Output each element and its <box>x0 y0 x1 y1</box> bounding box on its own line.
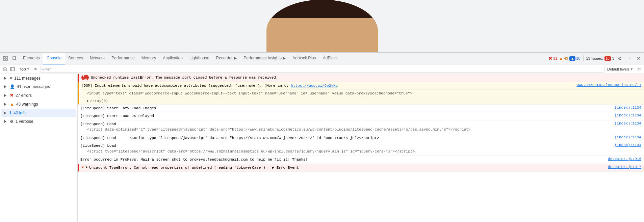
log-entry-js-delayed: [LiteSpeed] Start Load JS Delayed (index… <box>78 112 644 120</box>
log-source-load2[interactable]: (index):1134 <box>611 135 641 139</box>
array-tag: Array(0) <box>90 99 108 103</box>
console-toolbar: top ▼ 👁 Default levels ▼ ⚙ <box>0 64 644 74</box>
devtools-panel: Elements Console Sources Network Perform… <box>0 52 644 222</box>
log-entry-runtime-error: ▶ 25 Unchecked runtime.lastError: The me… <box>78 74 644 82</box>
log-entry-litespeed-load2: [LiteSpeed] Load <script type="litespeed… <box>78 134 644 142</box>
tab-elements[interactable]: Elements <box>20 53 43 64</box>
tab-bar-left <box>1 54 18 62</box>
info-count-badge[interactable]: ▲ 10 <box>569 56 580 61</box>
svg-rect-9 <box>10 67 15 71</box>
error-badge-25: ▶ 25 <box>81 75 89 80</box>
inspect-element-button[interactable] <box>1 54 9 62</box>
device-toolbar-button[interactable] <box>10 54 18 62</box>
clear-console-button[interactable] <box>2 66 8 72</box>
dom-link[interactable]: https://goo.gl/9p2vKq <box>291 84 338 88</box>
expand-errors-icon[interactable] <box>4 94 6 97</box>
sidebar-item-user-messages[interactable]: 👤 41 user messages <box>1 83 76 91</box>
svg-rect-3 <box>6 59 7 60</box>
log-text: Unchecked runtime.lastError: The message… <box>91 75 641 81</box>
log-source-js-delayed[interactable]: (index):1134 <box>611 113 641 117</box>
log-text-litespeed-load3: [LiteSpeed] Load <script type="litespeed… <box>80 143 611 155</box>
svg-rect-1 <box>6 56 7 58</box>
tab-network[interactable]: Network <box>86 53 108 64</box>
svg-point-6 <box>14 59 15 60</box>
expand-info-icon[interactable] <box>4 111 6 115</box>
context-selector[interactable]: top ▼ <box>19 66 31 72</box>
warning-icon: ▲ <box>10 102 14 107</box>
log-text-litespeed-load1: [LiteSpeed] Load <script data-optimized=… <box>80 121 611 133</box>
close-devtools-button[interactable]: ✕ <box>635 54 643 62</box>
more-options-button[interactable]: ⋮ <box>625 54 633 62</box>
svg-rect-0 <box>3 56 5 58</box>
tab-lighthouse[interactable]: Lighthouse <box>186 53 213 64</box>
list-icon: ≡ <box>10 76 12 81</box>
main-area: ≡ 111 messages 👤 41 user messages ✖ 27 e… <box>0 74 644 222</box>
tab-application[interactable]: Application <box>159 53 186 64</box>
log-entry-array: ▶ Array(0) <box>78 98 644 105</box>
log-text-lazy: [LiteSpeed] Start Lazy Load Images <box>80 106 611 111</box>
tab-memory[interactable]: Memory <box>138 53 159 64</box>
levels-selector[interactable]: Default levels ▼ <box>606 67 635 72</box>
tab-console[interactable]: Console <box>43 53 65 64</box>
console-output[interactable]: ▶ 25 Unchecked runtime.lastError: The me… <box>78 74 644 222</box>
face-skin <box>266 18 378 52</box>
svg-rect-2 <box>3 59 5 60</box>
log-source-load1[interactable]: (index):1134 <box>611 121 641 126</box>
log-source-prokeys[interactable]: detector.js:916 <box>604 157 641 161</box>
sidebar-item-all-messages[interactable]: ≡ 111 messages <box>1 74 76 82</box>
expand-arrow-icon[interactable]: ▶ <box>87 99 89 103</box>
gear-icon: ⚙ <box>10 119 14 124</box>
toolbar-divider <box>17 66 17 72</box>
error-circle-icon: ✖ <box>81 165 84 170</box>
tab-performance-insights[interactable]: Performance insights ▶ <box>240 53 289 64</box>
expand-warnings-icon[interactable] <box>4 103 6 106</box>
console-sidebar: ≡ 111 messages 👤 41 user messages ✖ 27 e… <box>0 74 78 222</box>
toggle-sidebar-button[interactable] <box>9 66 16 72</box>
log-source-load3[interactable]: (index):1134 <box>611 143 641 147</box>
log-text-dom-code: <input type="text" class="woocommerce-In… <box>87 91 641 96</box>
divider <box>583 55 584 61</box>
sidebar-item-warnings[interactable]: ▲ 43 warnings <box>1 100 76 108</box>
log-text-js-delayed: [LiteSpeed] Start Load JS Delayed <box>80 113 611 119</box>
error-count-badge[interactable]: ✖ 31 <box>548 56 557 61</box>
log-entry-litespeed-load1: [LiteSpeed] Load <script data-optimized=… <box>78 120 644 134</box>
tab-performance[interactable]: Performance <box>108 53 138 64</box>
log-entry-litespeed-load3: [LiteSpeed] Load <script type="litespeed… <box>78 142 644 156</box>
log-entry-lazy-load: [LiteSpeed] Start Lazy Load Images (inde… <box>78 105 644 113</box>
info-icon: ℹ <box>10 110 11 115</box>
console-settings-button[interactable]: ⚙ <box>636 66 642 72</box>
error-icon: ✖ <box>10 93 14 98</box>
log-text-typeerror: Uncaught TypeError: Cannot read properti… <box>89 165 604 171</box>
tab-recorder[interactable]: Recorder ▶ <box>213 53 240 64</box>
filter-input[interactable] <box>40 66 604 73</box>
issues-badge[interactable]: 13 Issues: 10 3 <box>586 56 614 61</box>
log-source-dom[interactable]: www.smznaturalcosmetics.eu/:1 <box>573 83 641 87</box>
sidebar-item-verbose[interactable]: ⚙ 1 verbose <box>1 117 76 126</box>
log-source-typeerror[interactable]: detector.js:917 <box>604 165 641 169</box>
log-entry-dom-warn: [DOM] Input elements should have autocom… <box>78 82 644 90</box>
eye-button[interactable]: 👁 <box>33 66 39 72</box>
tab-bar-right: ✖ 31 ▲ 43 ▲ 10 13 Issues: 10 3 ⚙ ⋮ ✕ <box>548 54 643 62</box>
log-source-lazy[interactable]: (index):1134 <box>611 106 641 110</box>
expand-all-icon[interactable] <box>4 77 6 80</box>
log-text-prokeys: Error occurred in ProKeys. Mail a screen… <box>80 157 604 163</box>
person-icon: 👤 <box>10 84 15 89</box>
sidebar-item-errors[interactable]: ✖ 27 errors <box>1 91 76 100</box>
tab-sources[interactable]: Sources <box>65 53 86 64</box>
settings-button[interactable]: ⚙ <box>616 54 624 62</box>
log-entry-dom-code: <input type="text" class="woocommerce-In… <box>78 90 644 98</box>
face-image <box>266 0 378 52</box>
log-text-litespeed-load2: [LiteSpeed] Load <script type="litespeed… <box>80 135 611 141</box>
log-text-dom: [DOM] Input elements should have autocom… <box>81 83 573 89</box>
tab-bar: Elements Console Sources Network Perform… <box>0 53 644 64</box>
expand-verbose-icon[interactable] <box>4 120 6 123</box>
log-entry-typeerror: ✖ ▶ Uncaught TypeError: Cannot read prop… <box>78 164 644 172</box>
sidebar-item-info[interactable]: ℹ 40 info <box>1 109 76 117</box>
warning-count-badge[interactable]: ▲ 43 <box>559 56 568 61</box>
log-entry-prokeys-error: Error occurred in ProKeys. Mail a screen… <box>78 156 644 164</box>
expand-user-icon[interactable] <box>4 85 6 88</box>
tab-adblock-plus[interactable]: Adblock Plus <box>289 53 319 64</box>
browser-top <box>0 0 644 52</box>
expand-typeerror-icon[interactable]: ▶ <box>86 165 88 169</box>
tab-adblock[interactable]: AdBlock <box>319 53 341 64</box>
